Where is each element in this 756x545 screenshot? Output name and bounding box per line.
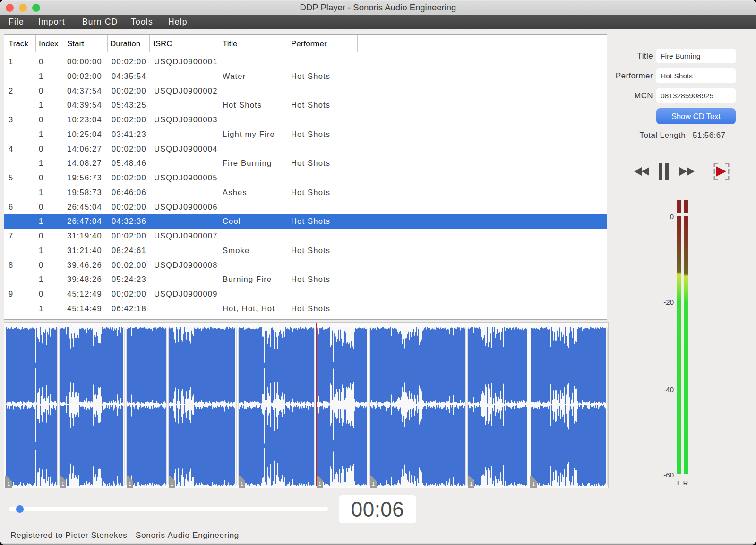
svg-text:1: 1	[129, 481, 131, 487]
svg-text:1: 1	[532, 481, 535, 487]
svg-text:1: 1	[7, 481, 10, 487]
svg-text:1: 1	[318, 481, 321, 487]
svg-text:1: 1	[470, 481, 472, 487]
svg-text:1: 1	[61, 481, 64, 487]
svg-text:1: 1	[171, 481, 173, 487]
svg-text:1: 1	[241, 481, 243, 487]
svg-text:1: 1	[372, 481, 375, 487]
